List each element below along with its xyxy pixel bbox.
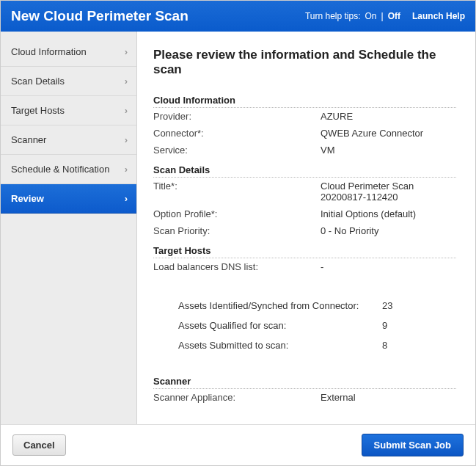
scanner-appliance-label: Scanner Appliance:: [153, 392, 321, 403]
chevron-right-icon: ›: [125, 105, 128, 116]
launch-help-link[interactable]: Launch Help: [412, 11, 465, 21]
scanner-appliance-value: External: [321, 392, 456, 403]
row-title: Title*: Cloud Perimeter Scan 20200817-11…: [153, 178, 456, 205]
help-area: Turn help tips: On | Off Launch Help: [305, 11, 465, 21]
section-target-hosts-heading: Target Hosts: [153, 245, 456, 258]
submit-scan-job-button[interactable]: Submit Scan Job: [362, 434, 464, 456]
help-tips-off-link[interactable]: Off: [388, 11, 400, 21]
page-title: Please review the information and Schedu…: [153, 48, 456, 77]
nav-label: Review: [11, 193, 44, 204]
scan-priority-value: 0 - No Priority: [321, 225, 456, 236]
row-scanner-appliance: Scanner Appliance: External: [153, 389, 456, 406]
header-bar: New Cloud Perimeter Scan Turn help tips:…: [1, 1, 475, 32]
row-connector: Connector*: QWEB Azure Connector: [153, 125, 456, 142]
row-assets-qualified: Assets Qualified for scan: 9: [178, 316, 456, 335]
row-assets-identified: Assets Identified/Synched from Connector…: [178, 296, 456, 316]
assets-identified-label: Assets Identified/Synched from Connector…: [178, 300, 382, 311]
footer-bar: Cancel Submit Scan Job: [1, 424, 475, 465]
chevron-right-icon: ›: [125, 76, 128, 87]
section-scan-details-heading: Scan Details: [153, 164, 456, 178]
nav-label: Target Hosts: [11, 105, 65, 116]
window-title: New Cloud Perimeter Scan: [11, 8, 188, 24]
assets-identified-value: 23: [382, 300, 411, 311]
row-service: Service: VM: [153, 142, 456, 159]
scan-priority-label: Scan Priority:: [153, 225, 321, 236]
row-option-profile: Option Profile*: Initial Options (defaul…: [153, 205, 456, 222]
nav-label: Schedule & Notification: [11, 164, 109, 175]
help-tips-on-link[interactable]: On: [365, 11, 377, 21]
body-area: Cloud Information › Scan Details › Targe…: [1, 32, 475, 424]
help-tips-label: Turn help tips:: [305, 11, 361, 21]
assets-submitted-label: Assets Submitted to scan:: [178, 340, 382, 351]
section-cloud-information-heading: Cloud Information: [153, 95, 456, 108]
nav-scan-details[interactable]: Scan Details ›: [1, 67, 136, 96]
nav-cloud-information[interactable]: Cloud Information ›: [1, 37, 136, 67]
connector-value: QWEB Azure Connector: [321, 128, 456, 139]
cancel-button[interactable]: Cancel: [12, 434, 66, 456]
main-content: Please review the information and Schedu…: [137, 32, 475, 424]
assets-qualified-value: 9: [382, 320, 411, 331]
row-scan-priority: Scan Priority: 0 - No Priority: [153, 222, 456, 239]
section-scanner-heading: Scanner: [153, 376, 456, 389]
asset-stats-block: Assets Identified/Synched from Connector…: [178, 296, 456, 355]
scan-title-value: Cloud Perimeter Scan 20200817-112420: [321, 181, 456, 203]
assets-submitted-value: 8: [382, 340, 411, 351]
nav-label: Scan Details: [11, 76, 65, 87]
chevron-right-icon: ›: [125, 193, 128, 204]
nav-label: Cloud Information: [11, 46, 87, 57]
help-tips-separator: |: [381, 11, 384, 21]
chevron-right-icon: ›: [125, 134, 128, 145]
nav-review[interactable]: Review ›: [1, 184, 136, 214]
option-profile-value: Initial Options (default): [321, 208, 456, 219]
service-label: Service:: [153, 145, 321, 156]
service-value: VM: [321, 145, 456, 156]
option-profile-label: Option Profile*:: [153, 208, 321, 219]
connector-label: Connector*:: [153, 128, 321, 139]
row-assets-submitted: Assets Submitted to scan: 8: [178, 335, 456, 355]
scan-title-label: Title*:: [153, 181, 321, 203]
nav-label: Scanner: [11, 134, 46, 145]
nav-scanner[interactable]: Scanner ›: [1, 125, 136, 155]
load-balancers-label: Load balancers DNS list:: [153, 261, 321, 272]
chevron-right-icon: ›: [125, 164, 128, 175]
provider-value: AZURE: [321, 111, 456, 122]
sidebar: Cloud Information › Scan Details › Targe…: [1, 32, 137, 424]
chevron-right-icon: ›: [125, 46, 128, 57]
row-load-balancers: Load balancers DNS list: -: [153, 258, 456, 275]
nav-schedule-notification[interactable]: Schedule & Notification ›: [1, 155, 136, 184]
assets-qualified-label: Assets Qualified for scan:: [178, 320, 382, 331]
nav-target-hosts[interactable]: Target Hosts ›: [1, 96, 136, 125]
row-provider: Provider: AZURE: [153, 108, 456, 125]
provider-label: Provider:: [153, 111, 321, 122]
load-balancers-value: -: [321, 261, 456, 272]
